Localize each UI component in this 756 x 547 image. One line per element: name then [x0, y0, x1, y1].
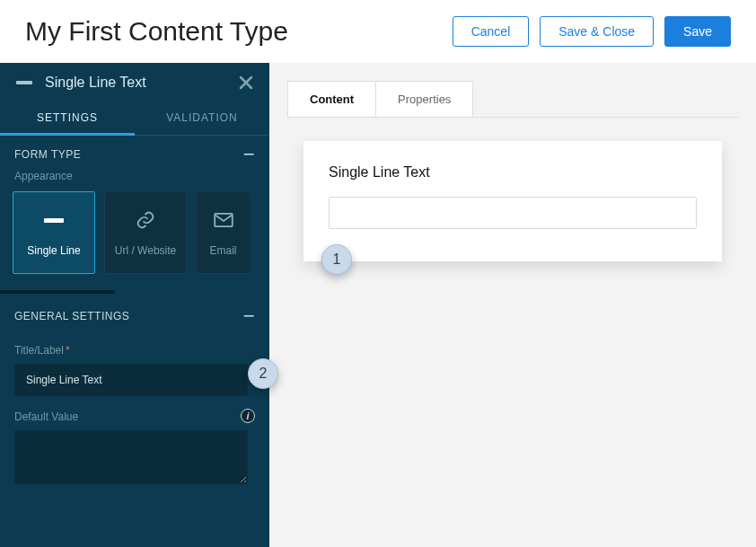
appearance-tile-label: Single Line — [27, 244, 80, 257]
header-actions: Cancel Save & Close Save — [453, 16, 731, 47]
title-label: Title/Label* — [0, 331, 269, 364]
page-title: My First Content Type — [25, 16, 288, 47]
tab-underline — [287, 117, 738, 118]
info-icon[interactable]: i — [241, 409, 255, 423]
appearance-url[interactable]: Url / Website — [104, 191, 187, 274]
appearance-label: Appearance — [0, 170, 269, 191]
default-value-input[interactable] — [14, 430, 248, 484]
tab-settings[interactable]: SETTINGS — [0, 102, 135, 136]
required-mark: * — [66, 344, 70, 357]
appearance-tiles: Single Line Url / Website Email — [0, 191, 269, 290]
preview-area: Content Properties Single Line Text — [269, 63, 756, 547]
single-line-icon — [16, 81, 32, 84]
single-line-icon — [44, 218, 64, 223]
tab-validation[interactable]: VALIDATION — [135, 102, 269, 136]
save-button[interactable]: Save — [664, 16, 731, 47]
annotation-badge-1: 1 — [321, 244, 352, 275]
appearance-tile-label: Email — [209, 244, 236, 257]
appearance-single-line[interactable]: Single Line — [13, 191, 95, 274]
link-icon — [136, 208, 155, 232]
appearance-email[interactable]: Email — [196, 191, 250, 274]
cancel-button[interactable]: Cancel — [453, 16, 530, 47]
collapse-general-icon[interactable]: − — [243, 312, 255, 321]
appearance-tile-label: Url / Website — [115, 244, 176, 257]
annotation-badge-2: 2 — [248, 358, 278, 389]
section-divider — [0, 290, 115, 294]
email-icon — [214, 208, 233, 232]
tab-content[interactable]: Content — [287, 81, 376, 117]
field-settings-sidebar: Single Line Text SETTINGS VALIDATION FOR… — [0, 63, 269, 547]
save-close-button[interactable]: Save & Close — [540, 16, 654, 47]
close-icon[interactable] — [239, 75, 253, 90]
tab-properties[interactable]: Properties — [376, 81, 473, 117]
form-type-heading: FORM TYPE — [14, 148, 81, 161]
preview-single-line-input[interactable] — [329, 197, 697, 229]
preview-card: Single Line Text — [303, 141, 722, 261]
general-settings-heading: GENERAL SETTINGS — [14, 310, 129, 322]
title-input[interactable] — [14, 364, 248, 396]
preview-field-title: Single Line Text — [329, 164, 697, 181]
field-type-title: Single Line Text — [45, 75, 226, 91]
collapse-form-type-icon[interactable]: − — [243, 150, 255, 159]
default-value-label: Default Value — [14, 410, 78, 423]
